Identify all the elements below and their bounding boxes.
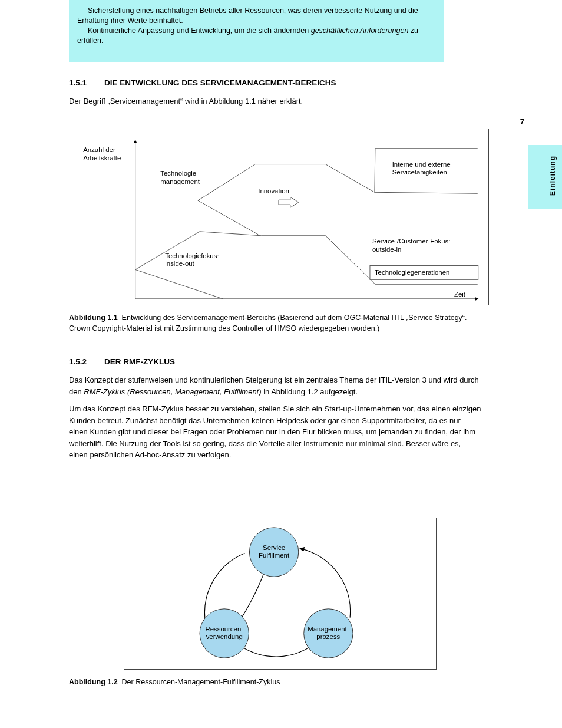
p2: Um das Konzept des RFM-Zyklus besser zu … [69, 403, 481, 461]
p1-em: RMF-Zyklus (Ressourcen, Management, Fulf… [84, 387, 261, 396]
section-title: DIE ENTWICKLUNG DES SERVICEMANAGEMENT-BE… [104, 78, 336, 87]
svg-text:outside-in: outside-in [372, 246, 401, 253]
svg-text:Service: Service [263, 544, 285, 551]
p1-b: in Abbildung 1.2 aufgezeigt. [262, 387, 358, 396]
section-header-152: 1.5.2DER RMF-ZYKLUS [69, 357, 444, 367]
bullet-text-2a: Kontinuierliche Anpassung und Entwicklun… [88, 27, 311, 35]
svg-text:Technologiegenerationen: Technologiegenerationen [375, 269, 449, 276]
svg-text:Arbeitskräfte: Arbeitskräfte [83, 154, 121, 162]
page-number: 7 [520, 117, 524, 127]
svg-text:Management-: Management- [308, 625, 349, 633]
svg-text:Servicefähigkeiten: Servicefähigkeiten [392, 169, 447, 176]
figure-1-1-caption-text: Entwicklung des Servicemanagement-Bereic… [69, 314, 467, 332]
intro-paragraph: Der Begriff „Servicemanagement“ wird in … [69, 95, 484, 107]
figure-1-1: Anzahl der Arbeitskräfte Innovation Tech… [67, 129, 489, 305]
bullet-text-1: Sicherstellung eines nachhaltigen Betrie… [77, 6, 418, 25]
figure-1-2: Service Fulfillment Ressourcen- verwendu… [124, 518, 437, 670]
svg-text:prozess: prozess [316, 633, 340, 640]
side-tab-label: Einleitung [548, 156, 557, 196]
svg-text:Anzahl der: Anzahl der [83, 146, 115, 153]
figure-1-1-caption-prefix: Abbildung 1.1 [69, 314, 118, 322]
svg-text:Technologiefokus:: Technologiefokus: [165, 252, 219, 259]
svg-text:Ressourcen-: Ressourcen- [205, 625, 243, 633]
figure-1-2-caption: Abbildung 1.2 Der Ressourcen-Management-… [69, 677, 481, 687]
figure-1-1-caption: Abbildung 1.1 Entwicklung des Serviceman… [69, 312, 484, 334]
bullet-text-2-em: geschäftlichen Anforderungen [311, 27, 409, 35]
figure-1-2-caption-prefix: Abbildung 1.2 [69, 678, 118, 686]
dash-bullet: – [77, 26, 88, 36]
intro-highlight-box: –Sicherstellung eines nachhaltigen Betri… [69, 0, 444, 62]
section-number: 1.5.1 [69, 78, 104, 88]
svg-text:management: management [160, 178, 200, 185]
dash-bullet: – [77, 6, 88, 16]
svg-text:Zeit: Zeit [454, 291, 466, 298]
svg-text:Fulfillment: Fulfillment [259, 552, 290, 559]
section-title: DER RMF-ZYKLUS [104, 357, 175, 366]
section-header-151: 1.5.1DIE ENTWICKLUNG DES SERVICEMANAGEME… [69, 78, 444, 88]
figure-1-2-caption-text: Der Ressourcen-Management-Fulfillment-Zy… [122, 678, 280, 686]
svg-text:inside-out: inside-out [165, 260, 194, 267]
svg-text:Innovation: Innovation [258, 187, 289, 195]
section-number: 1.5.2 [69, 357, 104, 367]
svg-text:Technologie-: Technologie- [160, 170, 199, 177]
svg-text:Service-/Customer-Fokus:: Service-/Customer-Fokus: [372, 238, 450, 245]
svg-text:verwendung: verwendung [206, 633, 243, 640]
svg-text:Interne und externe: Interne und externe [392, 161, 451, 168]
section-152-body: Das Konzept der stufenweisen und kontinu… [69, 374, 481, 467]
